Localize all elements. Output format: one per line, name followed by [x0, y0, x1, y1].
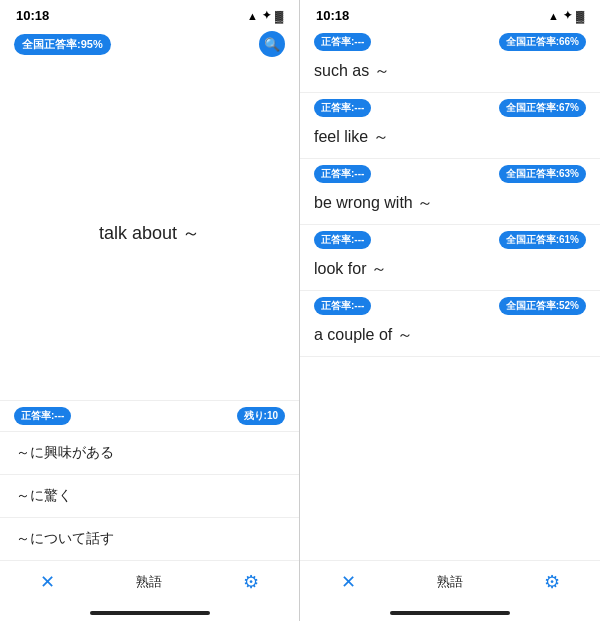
card-item-3[interactable]: 正答率:--- 全国正答率:63% be wrong with ～	[300, 159, 600, 224]
right-wifi-icon: ✦	[563, 9, 572, 22]
search-button[interactable]: 🔍	[259, 31, 285, 57]
answer-item-3[interactable]: ～について話す	[0, 517, 299, 560]
left-bottom-nav: ✕ 熟語 ⚙	[0, 560, 299, 607]
card5-phrase: a couple of ～	[314, 319, 586, 356]
right-status-bar: 10:18 ▲ ✦ ▓	[300, 0, 600, 27]
card-item-2[interactable]: 正答率:--- 全国正答率:67% feel like ～	[300, 93, 600, 158]
answer-text-2: ～に驚く	[16, 487, 72, 503]
card-header-4: 正答率:--- 全国正答率:61%	[314, 225, 586, 253]
battery-icon: ▓	[275, 10, 283, 22]
card1-phrase: such as ～	[314, 55, 586, 92]
card-header-5: 正答率:--- 全国正答率:52%	[314, 291, 586, 319]
card-item-5[interactable]: 正答率:--- 全国正答率:52% a couple of ～	[300, 291, 600, 356]
card2-accuracy: 正答率:---	[314, 99, 371, 117]
divider-5	[300, 356, 600, 357]
settings-button[interactable]: ⚙	[243, 571, 259, 593]
flashcard-display[interactable]: talk about ～	[0, 65, 299, 400]
right-screen: 10:18 ▲ ✦ ▓ 正答率:--- 全国正答率:66% such as ～ …	[300, 0, 600, 621]
right-bottom-nav: ✕ 熟語 ⚙	[300, 560, 600, 607]
card3-national: 全国正答率:63%	[499, 165, 586, 183]
close-button[interactable]: ✕	[40, 571, 55, 593]
right-close-button[interactable]: ✕	[341, 571, 356, 593]
card3-phrase: be wrong with ～	[314, 187, 586, 224]
remaining-badge: 残り:10	[237, 407, 285, 425]
left-time: 10:18	[16, 8, 49, 23]
bottom-stats-bar: 正答率:--- 残り:10	[0, 400, 299, 431]
wifi-icon: ✦	[262, 9, 271, 22]
card2-national: 全国正答率:67%	[499, 99, 586, 117]
left-status-bar: 10:18 ▲ ✦ ▓	[0, 0, 299, 27]
left-screen: 10:18 ▲ ✦ ▓ 全国正答率:95% 🔍 talk about ～ 正答率…	[0, 0, 300, 621]
card-header-2: 正答率:--- 全国正答率:67%	[314, 93, 586, 121]
answer-text-3: ～について話す	[16, 530, 114, 546]
card1-national: 全国正答率:66%	[499, 33, 586, 51]
answer-list: ～に興味がある ～に驚く ～について話す	[0, 431, 299, 560]
card4-national: 全国正答率:61%	[499, 231, 586, 249]
right-nav-middle-label: 熟語	[437, 573, 463, 591]
answer-item-1[interactable]: ～に興味がある	[0, 431, 299, 474]
left-top-bar: 全国正答率:95% 🔍	[0, 27, 299, 65]
signal-icon: ▲	[247, 10, 258, 22]
card5-national: 全国正答率:52%	[499, 297, 586, 315]
flashcard-text: talk about ～	[99, 221, 200, 245]
card5-accuracy: 正答率:---	[314, 297, 371, 315]
answer-item-2[interactable]: ～に驚く	[0, 474, 299, 517]
card4-phrase: look for ～	[314, 253, 586, 290]
right-time: 10:18	[316, 8, 349, 23]
card-header-1: 正答率:--- 全国正答率:66%	[314, 27, 586, 55]
accuracy-badge: 正答率:---	[14, 407, 71, 425]
card-item-1[interactable]: 正答率:--- 全国正答率:66% such as ～	[300, 27, 600, 92]
card4-accuracy: 正答率:---	[314, 231, 371, 249]
left-status-icons: ▲ ✦ ▓	[247, 9, 283, 22]
card2-phrase: feel like ～	[314, 121, 586, 158]
card-scroll-area[interactable]: 正答率:--- 全国正答率:66% such as ～ 正答率:--- 全国正答…	[300, 27, 600, 560]
card3-accuracy: 正答率:---	[314, 165, 371, 183]
answer-text-1: ～に興味がある	[16, 444, 114, 460]
card-item-4[interactable]: 正答率:--- 全国正答率:61% look for ～	[300, 225, 600, 290]
right-home-indicator	[390, 611, 510, 615]
right-battery-icon: ▓	[576, 10, 584, 22]
right-settings-button[interactable]: ⚙	[544, 571, 560, 593]
search-icon: 🔍	[264, 37, 280, 52]
right-status-icons: ▲ ✦ ▓	[548, 9, 584, 22]
home-indicator	[90, 611, 210, 615]
national-accuracy-badge: 全国正答率:95%	[14, 34, 111, 55]
nav-middle-label: 熟語	[136, 573, 162, 591]
card1-accuracy: 正答率:---	[314, 33, 371, 51]
card-header-3: 正答率:--- 全国正答率:63%	[314, 159, 586, 187]
right-signal-icon: ▲	[548, 10, 559, 22]
